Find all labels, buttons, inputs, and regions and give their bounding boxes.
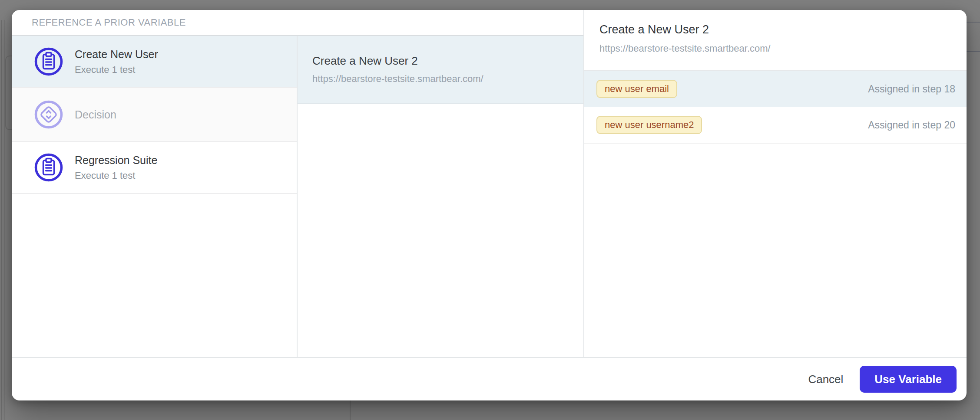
step-texts: Regression Suite Execute 1 test — [75, 154, 157, 181]
decision-icon — [34, 100, 63, 129]
use-variable-button[interactable]: Use Variable — [860, 366, 957, 393]
dialog-title: REFERENCE A PRIOR VARIABLE — [32, 17, 186, 28]
variables-panel: Create a New User 2 https://bearstore-te… — [583, 10, 967, 357]
step-texts: Decision — [75, 108, 116, 121]
test-item-create-a-new-user-2[interactable]: Create a New User 2 https://bearstore-te… — [298, 36, 583, 104]
tests-column: Create a New User 2 https://bearstore-te… — [298, 36, 583, 357]
selected-test-title: Create a New User 2 — [599, 23, 967, 36]
background-page-divider — [350, 400, 351, 420]
selected-test-url: https://bearstore-testsite.smartbear.com… — [599, 43, 967, 54]
test-url: https://bearstore-testsite.smartbear.com… — [312, 73, 583, 85]
variable-row-new-user-email[interactable]: new user email Assigned in step 18 — [584, 71, 967, 107]
step-item-create-new-user[interactable]: Create New User Execute 1 test — [12, 36, 297, 88]
cancel-button[interactable]: Cancel — [799, 368, 852, 390]
background-page-edge — [1, 20, 2, 420]
reference-prior-variable-dialog: REFERENCE A PRIOR VARIABLE Create New Us… — [12, 10, 967, 400]
step-title: Regression Suite — [75, 154, 157, 167]
step-title: Create New User — [75, 48, 158, 61]
clipboard-icon — [34, 153, 63, 182]
background-page-line — [967, 51, 980, 52]
dialog-footer: Cancel Use Variable — [12, 357, 967, 400]
step-subtitle: Execute 1 test — [75, 170, 157, 181]
dialog-header: REFERENCE A PRIOR VARIABLE — [12, 10, 583, 36]
step-subtitle: Execute 1 test — [75, 64, 158, 75]
step-title: Decision — [75, 108, 116, 121]
variables-panel-header: Create a New User 2 https://bearstore-te… — [584, 10, 967, 71]
test-title: Create a New User 2 — [312, 54, 583, 68]
clipboard-icon — [34, 47, 63, 76]
step-item-regression-suite[interactable]: Regression Suite Execute 1 test — [12, 142, 297, 194]
step-texts: Create New User Execute 1 test — [75, 48, 158, 75]
background-page-line — [967, 22, 980, 23]
steps-column: Create New User Execute 1 test Decision — [12, 36, 298, 357]
variable-assigned-label: Assigned in step 20 — [868, 119, 955, 131]
variable-row-new-user-username2[interactable]: new user username2 Assigned in step 20 — [584, 107, 967, 144]
variable-badge[interactable]: new user username2 — [596, 116, 702, 134]
variable-assigned-label: Assigned in step 18 — [868, 83, 955, 95]
step-item-decision[interactable]: Decision — [12, 88, 297, 142]
variable-badge[interactable]: new user email — [596, 80, 677, 98]
